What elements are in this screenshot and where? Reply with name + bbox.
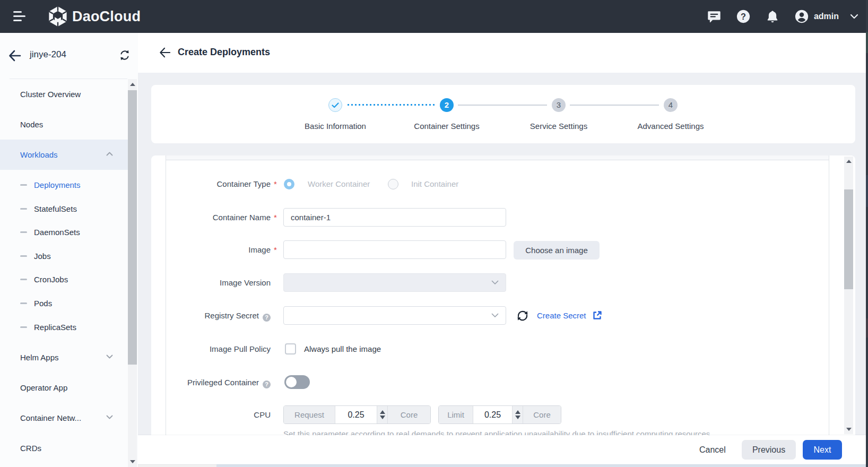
sidebar: jinye-204 Cluster Overview Nodes Workloa… (0, 33, 138, 467)
cancel-button[interactable]: Cancel (699, 445, 726, 455)
sidebar-item-jobs[interactable]: Jobs (0, 244, 128, 267)
sidebar-item-deployments[interactable]: Deployments (0, 173, 128, 196)
refresh-icon[interactable] (516, 309, 529, 322)
help-icon[interactable]: ? (263, 314, 271, 322)
cpu-request-group: Request 0.25 Core (283, 405, 431, 424)
step-connector (348, 104, 435, 106)
form-scrollbar[interactable] (844, 157, 853, 434)
sidebar-item-workloads[interactable]: Workloads (0, 140, 128, 170)
topbar-actions: ? admin (692, 0, 858, 33)
form-scrollbar-thumb[interactable] (844, 189, 853, 289)
step-up-icon[interactable] (515, 410, 520, 414)
step-down-icon[interactable] (515, 416, 520, 419)
step-service-settings[interactable]: 3 Service Settings (500, 85, 617, 131)
scroll-up-icon[interactable] (846, 160, 852, 163)
dash-icon (20, 326, 27, 328)
sidebar-nav: Cluster Overview Nodes Workloads Deploym… (0, 79, 128, 467)
container-settings-form: Container Type * Worker Container Init C… (151, 155, 855, 435)
row-cpu: CPU Request 0.25 Core Limit 0.25 Core (151, 405, 855, 424)
radio-init-container[interactable] (388, 179, 398, 189)
create-secret-link[interactable]: Create Secret (537, 311, 586, 320)
dash-icon (20, 255, 27, 257)
cluster-name: jinye-204 (30, 49, 66, 60)
sidebar-item-statefulsets[interactable]: StatefulSets (0, 197, 128, 220)
sidebar-back-icon[interactable] (8, 50, 21, 62)
cpu-request-value[interactable]: 0.25 (335, 406, 377, 423)
username: admin (814, 12, 839, 21)
dash-icon (20, 302, 27, 304)
dash-icon (20, 231, 27, 233)
horizontal-scrollbar-thumb[interactable] (216, 464, 866, 467)
avatar-icon (795, 10, 809, 23)
check-icon (332, 102, 339, 108)
form-group-header-edge (166, 155, 829, 160)
radio-init-container-label: Init Container (411, 179, 458, 188)
daocloud-logo-icon (48, 5, 68, 28)
scroll-down-icon[interactable] (846, 428, 852, 431)
sidebar-item-cronjobs[interactable]: CronJobs (0, 267, 128, 291)
cpu-request-unit: Core (388, 406, 430, 423)
sidebar-item-crds[interactable]: CRDs (0, 433, 128, 463)
row-image-pull-policy: Image Pull Policy Always pull the image (151, 343, 855, 355)
sidebar-item-operator-app[interactable]: Operator App (0, 373, 128, 403)
brand: DaoCloud (48, 4, 141, 29)
privileged-toggle[interactable] (284, 375, 310, 389)
dash-icon (20, 208, 27, 210)
help-icon[interactable]: ? (263, 380, 271, 388)
container-name-input[interactable] (283, 208, 506, 227)
page-back-icon[interactable] (159, 47, 171, 58)
user-menu[interactable]: admin (795, 10, 858, 23)
cpu-limit-unit: Core (523, 406, 561, 423)
row-image: Image * Choose an image (151, 240, 855, 259)
step-basic-information[interactable]: Basic Information (277, 85, 394, 131)
scroll-down-icon[interactable] (130, 460, 135, 463)
external-link-icon[interactable] (592, 310, 602, 321)
cpu-request-addon: Request (284, 406, 335, 423)
sidebar-item-helm-apps[interactable]: Helm Apps (0, 342, 128, 373)
svg-text:?: ? (741, 12, 746, 21)
sidebar-item-cluster-overview[interactable]: Cluster Overview (0, 79, 128, 109)
step-advanced-settings[interactable]: 4 Advanced Settings (612, 85, 729, 131)
sidebar-item-pods[interactable]: Pods (0, 291, 128, 315)
image-input[interactable] (283, 240, 506, 259)
required-star: * (274, 245, 277, 254)
chat-icon[interactable] (707, 10, 721, 23)
step-up-icon[interactable] (380, 410, 385, 414)
step-container-settings[interactable]: 2 Container Settings (388, 85, 505, 131)
bell-icon[interactable] (766, 10, 779, 23)
previous-button[interactable]: Previous (742, 440, 796, 460)
cpu-limit-stepper[interactable] (513, 406, 523, 423)
container-name-label: Container Name (167, 213, 271, 222)
menu-icon[interactable] (13, 11, 26, 22)
sidebar-item-replicasets[interactable]: ReplicaSets (0, 315, 128, 339)
help-icon[interactable]: ? (736, 10, 750, 23)
sidebar-item-container-network[interactable]: Container Netw... (0, 403, 128, 433)
registry-secret-select[interactable] (283, 306, 506, 325)
always-pull-checkbox[interactable] (285, 343, 296, 354)
next-button[interactable]: Next (803, 440, 842, 460)
sidebar-item-nodes[interactable]: Nodes (0, 109, 128, 140)
cpu-request-stepper[interactable] (377, 406, 388, 423)
choose-image-button[interactable]: Choose an image (514, 241, 600, 260)
always-pull-label: Always pull the image (304, 344, 381, 353)
screen-edge-strip (866, 0, 868, 467)
radio-worker-container[interactable] (284, 179, 294, 189)
step-down-icon[interactable] (380, 416, 385, 419)
stepper: Basic Information 2 Container Settings 3… (151, 85, 855, 143)
image-version-select[interactable] (283, 273, 506, 292)
step-active-circle: 2 (440, 98, 454, 112)
switch-cluster-icon[interactable] (119, 49, 131, 61)
dash-icon (20, 279, 27, 280)
sidebar-scrollbar[interactable] (128, 79, 137, 467)
container-type-label: Container Type (167, 179, 271, 188)
wizard-footer: Cancel Previous Next (138, 435, 868, 467)
cpu-limit-value[interactable]: 0.25 (473, 406, 513, 423)
sidebar-scrollbar-thumb[interactable] (128, 90, 137, 365)
chevron-down-icon (850, 14, 858, 19)
row-image-version: Image Version (151, 273, 855, 292)
sidebar-item-daemonsets[interactable]: DaemonSets (0, 220, 128, 244)
horizontal-scrollbar-track[interactable] (138, 464, 216, 467)
chevron-down-icon (106, 354, 113, 359)
radio-worker-container-label: Worker Container (308, 179, 370, 188)
scroll-up-icon[interactable] (130, 83, 135, 86)
